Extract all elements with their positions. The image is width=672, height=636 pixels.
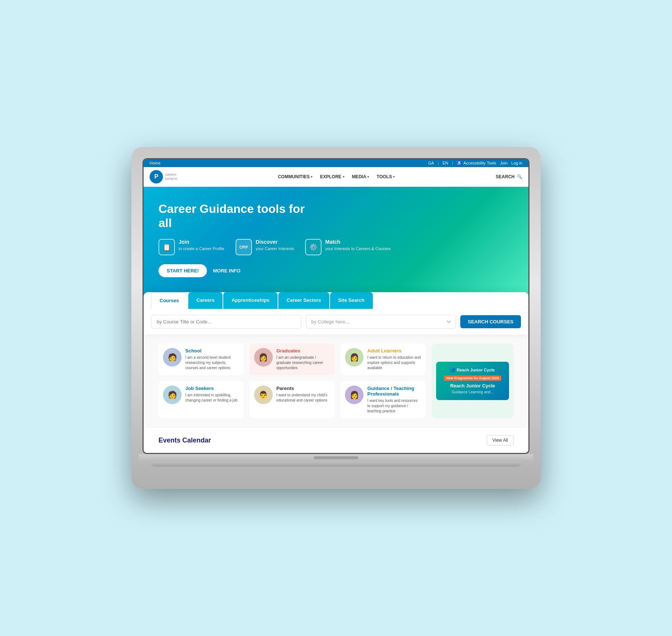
college-select[interactable]: by College here... [306, 315, 456, 329]
chevron-down-icon: ▾ [367, 175, 369, 179]
logo-text: careers portal.ie [165, 173, 177, 181]
parents-desc: I want to understand my child's educatio… [276, 393, 330, 403]
guidance-card-content: Guidance / Teaching Professionals I want… [367, 386, 421, 414]
ga-lang[interactable]: GA [428, 161, 434, 165]
chevron-down-icon: ▾ [343, 175, 345, 179]
start-here-button[interactable]: START HERE! [159, 264, 207, 277]
promo-badge: New Programme for August 2024 [444, 375, 501, 381]
en-lang[interactable]: EN [442, 161, 448, 165]
promo-subtitle: Guidance Learning and... [442, 390, 503, 394]
graduates-desc: I am an undergraduate / graduate researc… [276, 355, 330, 371]
events-title: Events Calendar [159, 437, 211, 444]
lang-separator2: | [452, 161, 453, 165]
user-card-guidance[interactable]: 👩 Guidance / Teaching Professionals I wa… [340, 381, 426, 418]
laptop-base [139, 454, 533, 461]
avatar-jobseeker: 🧑 [163, 386, 182, 404]
view-all-button[interactable]: View All [487, 435, 513, 445]
top-bar-right: GA | EN | ♿ Accessibility Tools Join Log… [428, 161, 522, 166]
jobseeker-desc: I am interested in upskilling, changing … [185, 393, 239, 403]
logo-icon: P [150, 170, 163, 183]
graduates-title: Graduates [276, 348, 330, 354]
school-title: School [185, 348, 239, 354]
search-courses-button[interactable]: SEARCH COURSES [460, 315, 521, 328]
tab-apprenticeships[interactable]: Apprenticeships [223, 292, 278, 309]
adult-desc: I want to return to education and explor… [367, 355, 421, 371]
jobseeker-title: Job Seekers [185, 386, 239, 391]
nav-tools[interactable]: TOOLS ▾ [377, 174, 395, 179]
feature-discover-text: Discover your Career Interests [256, 239, 294, 252]
school-card-content: School I am a second level student resea… [185, 348, 239, 371]
lang-separator: | [438, 161, 439, 165]
nav-search[interactable]: SEARCH 🔍 [496, 174, 522, 179]
avatar-graduates: 👩 [254, 348, 273, 367]
join-link[interactable]: Join [500, 161, 508, 165]
avatar-school: 🧑 [163, 348, 182, 367]
user-cards-section: 🧑 School I am a second level student res… [144, 335, 528, 427]
avatar-adult: 👩 [345, 348, 364, 367]
laptop-screen: Home GA | EN | ♿ Accessibility Tools Joi… [143, 158, 529, 454]
nav-media[interactable]: MEDIA ▾ [352, 174, 369, 179]
promo-logo: 🔵 Reach Junior Cycle [442, 368, 503, 373]
user-card-school[interactable]: 🧑 School I am a second level student res… [159, 343, 244, 375]
feature-join-text: Join to create a Career Profile [179, 239, 224, 252]
login-link[interactable]: Log in [511, 161, 522, 165]
adult-title: Adult Learners [367, 348, 421, 354]
nav-bar: P careers portal.ie COMMUNITIES ▾ EXPLOR… [144, 167, 528, 187]
nav-menu: COMMUNITIES ▾ EXPLORE ▾ MEDIA ▾ TOOLS ▾ [278, 174, 395, 179]
cpip-icon: CPIP [236, 239, 252, 255]
user-card-parents[interactable]: 👨 Parents I want to understand my child'… [250, 381, 335, 418]
chevron-down-icon: ▾ [393, 175, 395, 179]
nav-communities[interactable]: COMMUNITIES ▾ [278, 174, 313, 179]
user-card-jobseeker[interactable]: 🧑 Job Seekers I am interested in upskill… [159, 381, 244, 418]
avatar-guidance: 👩 [345, 386, 364, 404]
tab-career-sectors[interactable]: Career Sectors [278, 292, 329, 309]
laptop-notch [314, 456, 358, 459]
adult-card-content: Adult Learners I want to return to educa… [367, 348, 421, 371]
course-title-input[interactable] [151, 315, 301, 329]
laptop-foot [150, 461, 522, 467]
feature-match: ⚙️ Match your Interests to Careers & Cou… [305, 239, 390, 255]
tab-courses[interactable]: Courses [151, 292, 188, 309]
hero-section: Career Guidance tools for all 📋 Join to … [144, 187, 528, 307]
tab-site-search[interactable]: Site Search [330, 292, 373, 309]
guidance-title: Guidance / Teaching Professionals [367, 386, 421, 397]
user-card-adult[interactable]: 👩 Adult Learners I want to return to edu… [340, 343, 426, 375]
course-search-row: by College here... SEARCH COURSES [151, 309, 521, 335]
feature-join: 📋 Join to create a Career Profile [159, 239, 224, 255]
feature-match-text: Match your Interests to Careers & Course… [325, 239, 390, 252]
parents-card-content: Parents I want to understand my child's … [276, 386, 330, 403]
graduates-card-content: Graduates I am an undergraduate / gradua… [276, 348, 330, 371]
promo-card-inner: 🔵 Reach Junior Cycle New Programme for A… [436, 362, 509, 400]
tabs-row: Courses Careers Apprenticeships Career S… [151, 292, 521, 309]
top-bar: Home GA | EN | ♿ Accessibility Tools Joi… [144, 159, 528, 167]
guidance-desc: I want key tools and resources to suppor… [367, 398, 421, 414]
avatar-parents: 👨 [254, 386, 273, 404]
school-desc: I am a second level student researching … [185, 355, 239, 371]
user-cards-grid: 🧑 School I am a second level student res… [159, 343, 513, 418]
search-icon: 🔍 [517, 174, 522, 179]
events-section: Events Calendar View All [144, 427, 528, 453]
hero-title: Career Guidance tools for all [159, 202, 307, 230]
logo[interactable]: P careers portal.ie [150, 170, 177, 183]
promo-card[interactable]: 🔵 Reach Junior Cycle New Programme for A… [432, 343, 513, 418]
feature-discover: CPIP Discover your Career Interests [236, 239, 294, 255]
join-icon: 📋 [159, 239, 175, 255]
nav-explore[interactable]: EXPLORE ▾ [320, 174, 344, 179]
hero-buttons: START HERE! MORE INFO [159, 264, 513, 277]
jobseeker-card-content: Job Seekers I am interested in upskillin… [185, 386, 239, 403]
home-link[interactable]: Home [150, 161, 160, 165]
match-icon: ⚙️ [305, 239, 321, 255]
chevron-down-icon: ▾ [311, 175, 313, 179]
accessibility-tools[interactable]: ♿ Accessibility Tools [457, 161, 496, 166]
hero-features: 📋 Join to create a Career Profile CPIP D… [159, 239, 513, 255]
tabs-section: Courses Careers Apprenticeships Career S… [144, 292, 528, 335]
tab-careers[interactable]: Careers [188, 292, 223, 309]
more-info-button[interactable]: MORE INFO [213, 268, 240, 274]
promo-title: Reach Junior Cycle [442, 383, 503, 389]
user-card-graduates[interactable]: 👩 Graduates I am an undergraduate / grad… [250, 343, 335, 375]
laptop-frame: Home GA | EN | ♿ Accessibility Tools Joi… [131, 147, 541, 489]
accessibility-icon: ♿ [457, 161, 462, 166]
parents-title: Parents [276, 386, 330, 391]
